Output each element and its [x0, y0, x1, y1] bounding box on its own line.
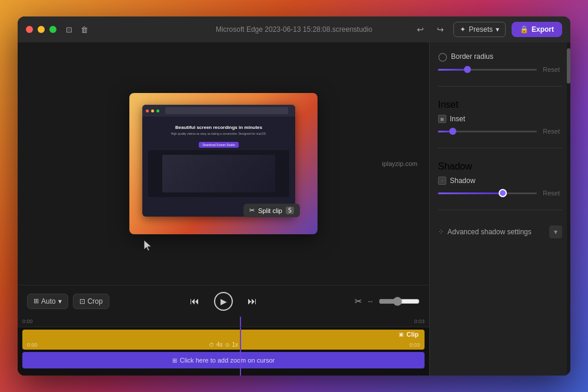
export-button[interactable]: 🔒 Export: [512, 22, 562, 37]
inset-slider[interactable]: [438, 131, 537, 132]
auto-button[interactable]: ⊞ Auto ▾: [27, 294, 68, 309]
minimize-button[interactable]: [38, 26, 45, 33]
cursor-icon: [144, 240, 152, 251]
ruler-end: 0:03: [414, 318, 425, 324]
divider-2: [438, 148, 562, 148]
timeline-area: 0:00 0:03 ▣ Clip ⏱ 4s ⊙: [18, 317, 429, 376]
browser-cta: Download Screen Studio: [199, 142, 238, 148]
scissors-tooltip-icon: ✂: [249, 207, 255, 214]
divider-3: [438, 210, 562, 210]
window-title: Microsoft Edge 2023-06-13 15:28:08.scree…: [216, 25, 372, 34]
trash-icon[interactable]: 🗑: [81, 25, 88, 34]
video-area: Beautiful screen recordings in minutes H…: [18, 42, 429, 376]
inset-checkbox-row[interactable]: ▣ Inset: [438, 115, 562, 123]
browser-inner-ui: [148, 150, 289, 197]
speed-icon: ⊙: [225, 342, 230, 348]
browser-content: Beautiful screen recordings in minutes H…: [142, 117, 295, 202]
zoom-track[interactable]: ⊞ Click here to add zoom on cursor: [22, 352, 425, 368]
clip-icon: ▣: [399, 331, 404, 337]
border-radius-reset-button[interactable]: Reset: [540, 66, 562, 73]
scissors-button[interactable]: ✂: [355, 296, 362, 307]
play-button[interactable]: ▶: [214, 292, 233, 311]
border-radius-header: ◯ Border radius: [438, 52, 562, 61]
shadow-checkbox[interactable]: ⁘: [438, 177, 446, 185]
redo-button[interactable]: ↪: [433, 22, 447, 36]
advanced-shadow-row[interactable]: ⁘ Advanced shadow settings ▾: [438, 223, 562, 241]
maximize-button[interactable]: [49, 26, 56, 33]
border-radius-slider[interactable]: [438, 69, 537, 71]
inset-reset-button[interactable]: Reset: [540, 128, 562, 135]
browser-titlebar: [142, 105, 295, 117]
browser-urlbar: [165, 107, 288, 114]
browser-maximize: [156, 109, 159, 112]
auto-chevron-icon: ▾: [58, 297, 62, 305]
split-clip-tooltip: ✂ Split clip S: [243, 204, 300, 217]
split-clip-key: S: [286, 207, 294, 214]
clip-label: ▣ Clip: [399, 331, 419, 338]
timeline-ruler: 0:00 0:03: [18, 317, 429, 327]
skip-forward-button[interactable]: ⏭: [243, 293, 261, 310]
advanced-shadow-icon: ⁘: [438, 228, 444, 236]
watermark: iplayzip.com: [382, 160, 417, 167]
undo-button[interactable]: ↩: [413, 22, 427, 36]
scrollbar-track: [567, 42, 570, 376]
inset-checkbox[interactable]: ▣: [438, 115, 446, 123]
controls-inner: ⊞ Auto ▾ ⊡ Crop ⏮ ▶ ⏭: [27, 294, 420, 309]
zoom-add-icon: ⊞: [172, 357, 177, 364]
browser-mockup: Beautiful screen recordings in minutes H…: [142, 105, 295, 217]
ruler-start: 0:00: [22, 318, 33, 324]
browser-headline: Beautiful screen recordings in minutes: [147, 125, 290, 131]
right-controls: ✂ ↔: [355, 296, 420, 307]
shadow-section: Shadow ⁘ Shadow Reset: [438, 161, 562, 197]
zoom-range-input[interactable]: [379, 297, 420, 306]
titlebar: ⊡ 🗑 Microsoft Edge 2023-06-13 15:28:08.s…: [18, 16, 570, 42]
clip-meta: ⏱ 4s ⊙ 1x: [209, 341, 238, 348]
app-window: ⊡ 🗑 Microsoft Edge 2023-06-13 15:28:08.s…: [18, 16, 570, 376]
clip-time-start: 0:00: [27, 342, 38, 348]
browser-sub: High quality videos as easy as taking a …: [147, 132, 290, 135]
auto-icon: ⊞: [34, 297, 39, 305]
close-button[interactable]: [26, 26, 33, 33]
shadow-slider[interactable]: [438, 192, 537, 194]
zoom-track-label: ⊞ Click here to add zoom on cursor: [172, 357, 275, 364]
titlebar-actions: ↩ ↪ ✦ Presets ▾ 🔒 Export: [413, 22, 562, 37]
shadow-slider-row: Reset: [438, 190, 562, 197]
clip-time-end: 0:03: [409, 342, 420, 348]
browser-close: [146, 109, 149, 112]
main-area: Beautiful screen recordings in minutes H…: [18, 42, 570, 376]
inset-slider-row: Reset: [438, 128, 562, 135]
duration-icon: ⏱: [209, 342, 214, 348]
chevron-down-icon: ▾: [496, 25, 499, 34]
folder-icon[interactable]: ⊡: [66, 25, 72, 34]
titlebar-file-icons: ⊡ 🗑: [66, 25, 88, 34]
timeline-zoom-slider[interactable]: [379, 297, 420, 306]
browser-minimize: [151, 109, 154, 112]
right-panel: ◯ Border radius Reset Inset ▣: [429, 42, 570, 376]
shadow-reset-button[interactable]: Reset: [540, 190, 562, 197]
transport-controls: ⏮ ▶ ⏭: [186, 292, 261, 311]
border-radius-icon: ◯: [438, 52, 447, 61]
clip-track[interactable]: ▣ Clip ⏱ 4s ⊙ 1x 0:00 0:03: [22, 330, 425, 350]
shadow-label: Shadow: [438, 161, 562, 172]
skip-back-button[interactable]: ⏮: [186, 293, 203, 310]
border-radius-section: ◯ Border radius Reset: [438, 52, 562, 73]
controls-bar: ⊞ Auto ▾ ⊡ Crop ⏮ ▶ ⏭: [18, 285, 429, 317]
export-icon: 🔒: [520, 25, 529, 34]
crop-icon: ⊡: [79, 297, 85, 305]
divider-1: [438, 86, 562, 87]
traffic-lights: [26, 26, 56, 33]
video-canvas: Beautiful screen recordings in minutes H…: [18, 42, 429, 285]
advanced-shadow-expand-button[interactable]: ▾: [549, 225, 562, 238]
crop-button[interactable]: ⊡ Crop: [73, 294, 109, 309]
shadow-checkbox-row[interactable]: ⁘ Shadow: [438, 177, 562, 185]
playhead-top: [240, 317, 241, 327]
inner-screenshot: [162, 155, 275, 192]
timeline-tracks: ▣ Clip ⏱ 4s ⊙ 1x 0:00 0:03: [18, 327, 429, 376]
border-radius-slider-row: Reset: [438, 66, 562, 73]
scrollbar-thumb[interactable]: [567, 48, 570, 84]
sparkle-icon: ✦: [460, 25, 466, 34]
playhead-line: [240, 327, 241, 376]
inset-label: Inset: [438, 99, 562, 110]
presets-button[interactable]: ✦ Presets ▾: [453, 22, 506, 37]
arrows-icon: ↔: [367, 297, 374, 305]
